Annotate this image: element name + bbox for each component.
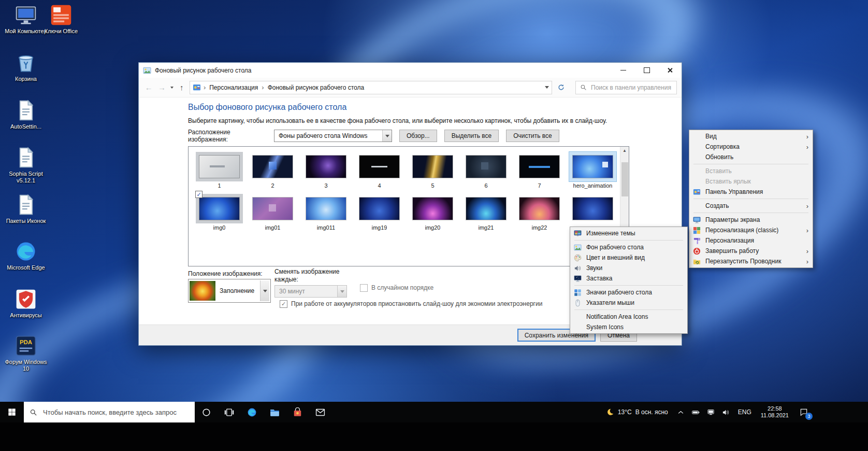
battery-button[interactable] (688, 402, 703, 422)
wallpaper-image[interactable] (253, 156, 293, 178)
wallpaper-image[interactable] (413, 156, 453, 178)
context-menu-item-control-panel[interactable]: Панель Управления (690, 187, 812, 197)
maximize-button[interactable] (635, 63, 658, 78)
taskbar-search-input[interactable] (42, 408, 189, 417)
breadcrumb-desktop-background[interactable]: Фоновый рисунок рабочего стола (267, 84, 366, 91)
minimize-button[interactable] (612, 63, 635, 78)
scrollbar-thumb[interactable] (621, 162, 628, 196)
wallpaper-image[interactable] (306, 156, 346, 178)
desktop-icon-icon-packs[interactable]: Пакеты Иконок (4, 194, 48, 224)
submenu-item-system-icons[interactable]: System Icons (571, 322, 686, 332)
start-button[interactable] (0, 402, 24, 422)
submenu-item-change-theme[interactable]: Изменение темы (571, 228, 686, 238)
context-menu-item-refresh[interactable]: Обновить (690, 152, 812, 162)
control-panel-searchbox[interactable] (575, 81, 677, 94)
address-dropdown-icon[interactable] (545, 86, 549, 89)
taskbar-searchbox[interactable] (24, 402, 195, 422)
network-button[interactable] (703, 402, 718, 422)
scroll-up-icon[interactable]: ▲ (623, 147, 627, 155)
breadcrumb-personalization[interactable]: Персонализация (208, 84, 259, 91)
wallpaper-thumbnail[interactable]: hero_animation (566, 152, 619, 189)
desktop-icon-forum-windows10[interactable]: PDAФорум Windows 10 (4, 335, 48, 372)
wallpaper-thumbnail[interactable] (566, 194, 619, 231)
back-button[interactable]: ← (143, 83, 154, 92)
taskbar-cortana-button[interactable] (195, 402, 218, 422)
wallpaper-image[interactable] (466, 156, 506, 178)
desktop-icon-microsoft-edge[interactable]: Microsoft Edge (4, 241, 48, 271)
context-menu-item-shutdown[interactable]: Завершить работу› (690, 246, 812, 256)
wallpaper-image[interactable] (519, 198, 559, 220)
submenu-item-desktop-background[interactable]: Фон рабочего стола (571, 242, 686, 252)
submenu-item-notification-area-icons[interactable]: Notification Area Icons (571, 312, 686, 322)
desktop-icon-office-keys[interactable]: Ключи Office (39, 4, 83, 35)
wallpaper-checkbox[interactable]: ✓ (195, 191, 202, 198)
wallpaper-thumbnail[interactable]: 1 (193, 152, 246, 189)
browse-button[interactable]: Обзор... (399, 130, 437, 142)
wallpaper-thumbnail[interactable]: img011 (299, 194, 353, 231)
random-order-checkbox[interactable] (360, 284, 368, 292)
context-menu-item-view[interactable]: Вид› (690, 131, 812, 142)
wallpaper-image[interactable] (199, 156, 239, 178)
weather-widget[interactable]: 13°C В осн. ясно (600, 408, 673, 417)
address-bar[interactable]: › Персонализация › Фоновый рисунок рабоч… (190, 81, 552, 94)
submenu-item-desktop-icons[interactable]: Значки рабочего стола (571, 287, 686, 298)
recent-locations-icon[interactable] (170, 87, 173, 89)
wallpaper-thumbnail[interactable]: 4 (353, 152, 406, 189)
wallpaper-image[interactable] (359, 198, 399, 220)
submenu-item-sounds[interactable]: Звуки (571, 263, 686, 273)
refresh-button[interactable] (555, 81, 568, 94)
close-button[interactable] (658, 63, 682, 78)
wallpaper-thumbnail[interactable]: img01 (246, 194, 299, 231)
context-menu-item-paste-shortcut[interactable]: Вставить ярлык (690, 176, 812, 187)
desktop-icon-antiviruses[interactable]: Антивирусы (4, 288, 48, 319)
clear-all-button[interactable]: Очистить все (506, 130, 559, 142)
taskbar-store-button[interactable] (286, 402, 309, 422)
wallpaper-image[interactable] (306, 198, 346, 220)
clock[interactable]: 22:58 11.08.2021 (756, 405, 793, 419)
wallpaper-thumbnail[interactable]: ✓img0 (193, 194, 246, 231)
submenu-item-color-appearance[interactable]: Цвет и внешний вид (571, 252, 686, 263)
wallpaper-image[interactable] (253, 198, 293, 220)
desktop-icon-autosettings[interactable]: AutoSettin... (4, 100, 48, 130)
select-all-button[interactable]: Выделить все (444, 130, 499, 142)
submenu-item-mouse-pointers[interactable]: Указатели мыши (571, 298, 686, 308)
wallpaper-image[interactable] (199, 198, 239, 220)
taskbar-edge-button[interactable] (240, 402, 263, 422)
wallpaper-thumbnail[interactable]: img20 (406, 194, 459, 231)
volume-button[interactable] (718, 402, 733, 422)
control-panel-search-input[interactable] (590, 83, 672, 92)
context-menu-item-sort[interactable]: Сортировка› (690, 142, 812, 152)
wallpaper-thumbnail[interactable]: 7 (513, 152, 566, 189)
wallpaper-image[interactable] (573, 156, 613, 178)
position-select-button[interactable] (260, 280, 269, 301)
taskbar-task-view-button[interactable] (218, 402, 240, 422)
location-select-button[interactable] (382, 130, 392, 142)
wallpaper-thumbnail[interactable]: 3 (299, 152, 353, 189)
submenu-item-screensaver[interactable]: Заставка (571, 273, 686, 284)
wallpaper-thumbnail[interactable]: 2 (246, 152, 299, 189)
wallpaper-thumbnail[interactable]: 6 (459, 152, 513, 189)
location-select[interactable]: Фоны рабочего стола Windows (274, 130, 392, 142)
context-menu-item-personalization[interactable]: Персонализация (690, 235, 812, 246)
position-select[interactable]: Заполнение (188, 279, 271, 303)
wallpaper-thumbnail[interactable]: img22 (513, 194, 566, 231)
context-menu-item-paste[interactable]: Вставить (690, 166, 812, 176)
context-menu-item-restart-explorer[interactable]: Перезапустить Проводник› (690, 256, 812, 266)
wallpaper-thumbnail[interactable]: img19 (353, 194, 406, 231)
taskbar-file-explorer-button[interactable] (263, 402, 286, 422)
wallpaper-image[interactable] (519, 156, 559, 178)
context-menu-item-display-settings[interactable]: Параметры экрана (690, 215, 812, 225)
action-center-button[interactable]: 3 (793, 402, 814, 422)
wallpaper-thumbnail[interactable]: 5 (406, 152, 459, 189)
context-menu-item-personalization-classic[interactable]: Персонализация (classic)› (690, 225, 812, 235)
language-indicator[interactable]: ENG (733, 408, 756, 416)
battery-pause-option[interactable]: ✓ При работе от аккумуляторов приостанов… (280, 300, 542, 308)
forward-button[interactable]: → (156, 83, 167, 92)
wallpaper-image[interactable] (359, 156, 399, 178)
context-menu-item-new[interactable]: Создать› (690, 201, 812, 211)
wallpaper-image[interactable] (413, 198, 453, 220)
wallpaper-image[interactable] (573, 198, 613, 220)
random-order-option[interactable]: В случайном порядке (360, 284, 433, 292)
wallpaper-image[interactable] (466, 198, 506, 220)
desktop-icon-sophia-script[interactable]: Sophia Script v5.12.1 (4, 147, 48, 184)
